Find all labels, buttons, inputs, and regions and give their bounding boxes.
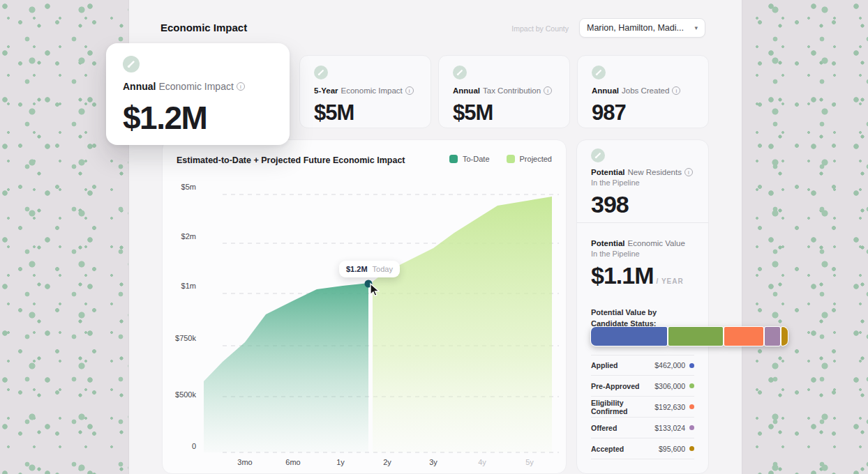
gauge-icon <box>592 66 606 79</box>
svg-text:$2m: $2m <box>181 232 196 240</box>
status-row-accepted: Accepted $95,600 <box>591 438 694 459</box>
bar-segment-pre-approved[interactable] <box>668 327 723 346</box>
status-dot <box>689 383 694 388</box>
svg-text:$1m: $1m <box>181 282 196 290</box>
status-dot <box>689 446 694 451</box>
gauge-icon <box>453 66 467 79</box>
bar-segment-applied[interactable] <box>591 327 667 346</box>
status-row-applied: Applied $462,000 <box>591 355 694 376</box>
gauge-icon <box>123 56 140 72</box>
stat-card-5year-economic-impact: 5-Year Economic Impact i $5M <box>299 55 431 128</box>
bar-segment-eligibility-confirmed[interactable] <box>724 327 763 346</box>
stat-card-annual-economic-impact: Annual Economic Impact i $1.2M <box>106 43 290 145</box>
svg-text:2y: 2y <box>383 458 391 466</box>
per-year-unit: / YEAR <box>657 277 684 285</box>
y-axis-labels: $5m $2m $1m $750k $500k 0 <box>175 183 196 450</box>
residents-label: Potential New Residents i <box>591 168 694 176</box>
status-dot <box>689 425 694 430</box>
gauge-icon <box>314 66 328 79</box>
page-title: Economic Impact <box>160 22 247 33</box>
dashboard-screen: Economic Impact Impact by County Marion,… <box>0 0 868 474</box>
info-icon[interactable]: i <box>672 86 680 95</box>
stat-card-label: 5-Year Economic Impact i <box>314 86 417 95</box>
info-icon[interactable]: i <box>237 82 245 91</box>
area-chart[interactable]: $5m $2m $1m $750k $500k 0 3mo 6mo 1y 2y … <box>163 140 567 474</box>
svg-text:3mo: 3mo <box>237 458 252 466</box>
stat-card-value: $1.2M <box>123 99 273 137</box>
status-row-eligibility-confirmed: Eligibility Confirmed $192,630 <box>591 397 694 418</box>
chevron-down-icon: ▾ <box>694 24 698 31</box>
info-icon[interactable]: i <box>405 86 414 95</box>
candidate-status-stacked-bar[interactable] <box>591 327 788 346</box>
mouse-cursor-icon <box>367 282 382 298</box>
stat-card-annual-tax-contribution: Annual Tax Contribution i $5M <box>438 55 570 128</box>
svg-text:$500k: $500k <box>175 390 196 399</box>
status-dot <box>689 363 694 368</box>
svg-text:4y: 4y <box>478 458 486 466</box>
stat-card-value: $5M <box>314 100 417 125</box>
economic-impact-chart-card: Estimated-to-Date + Projected Future Eco… <box>162 139 567 474</box>
candidate-status-list: Applied $462,000 Pre-Approved $306,000 E… <box>591 355 694 459</box>
stat-card-label: Annual Jobs Created i <box>592 86 694 95</box>
pipeline-sidebar-card: Potential New Residents i In the Pipelin… <box>576 139 709 474</box>
gauge-icon <box>591 148 605 162</box>
svg-text:5y: 5y <box>525 458 534 466</box>
svg-text:1y: 1y <box>336 458 345 466</box>
bar-segment-offered[interactable] <box>765 327 780 346</box>
svg-text:$750k: $750k <box>175 334 196 342</box>
economic-value-sublabel: In the Pipeline <box>591 250 694 258</box>
bar-segment-accepted[interactable] <box>781 327 788 346</box>
stat-card-annual-jobs-created: Annual Jobs Created i 987 <box>577 55 709 128</box>
today-tooltip: $1.2M Today <box>339 261 400 277</box>
economic-value-amount: $1.1M/ YEAR <box>591 262 694 289</box>
residents-sublabel: In the Pipeline <box>591 178 694 187</box>
economic-value-label: Potential Economic Value <box>591 239 694 247</box>
projected-area <box>373 197 552 452</box>
divider <box>577 222 708 223</box>
x-axis-labels: 3mo 6mo 1y 2y 3y 4y 5y <box>237 458 534 466</box>
status-row-pre-approved: Pre-Approved $306,000 <box>591 376 694 397</box>
county-dropdown[interactable]: Marion, Hamilton, Madi... ▾ <box>579 18 705 38</box>
filter-label: Impact by County <box>488 24 569 33</box>
to-date-area <box>204 283 368 452</box>
status-dot <box>689 404 694 409</box>
stat-card-label: Annual Economic Impact i <box>123 81 273 92</box>
stat-card-value: 987 <box>592 100 694 125</box>
info-icon[interactable]: i <box>684 168 693 176</box>
svg-text:6mo: 6mo <box>285 458 300 466</box>
residents-value: 398 <box>591 191 694 218</box>
county-dropdown-value: Marion, Hamilton, Madi... <box>587 23 684 33</box>
info-icon[interactable]: i <box>544 86 552 95</box>
svg-text:3y: 3y <box>429 458 437 466</box>
stat-card-value: $5M <box>453 100 555 125</box>
svg-text:0: 0 <box>192 442 196 450</box>
tooltip-label: Today <box>373 265 393 273</box>
svg-text:$5m: $5m <box>181 183 196 191</box>
tooltip-value: $1.2M <box>346 265 368 273</box>
status-row-offered: Offered $133,024 <box>591 418 694 438</box>
stat-card-label: Annual Tax Contribution i <box>453 86 555 95</box>
